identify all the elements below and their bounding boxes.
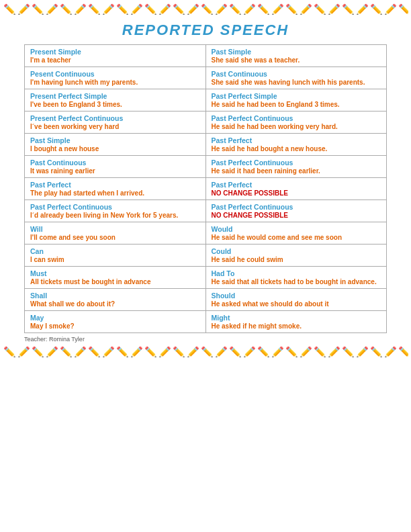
pencil-icon: ✏️	[173, 347, 185, 357]
cell-example-left: I´d already been living in New York for …	[30, 212, 200, 219]
cell-example-right: He said he would come and see me soon	[212, 234, 381, 241]
cell-title-left: Present Perfect Simple	[30, 92, 200, 100]
cell-title-right: Past Perfect	[212, 136, 381, 144]
pencil-icon: ✏️	[229, 347, 242, 357]
cell-example-right: NO CHANGE POSSIBLE	[212, 189, 381, 197]
cell-title-right: Past Simple	[212, 48, 381, 56]
pencil-icon: ✏️	[398, 347, 408, 357]
page-title: REPORTED SPEECH	[24, 21, 387, 39]
table-row: MayMay I smoke?MightHe asked if he might…	[25, 311, 387, 333]
pencil-icon: ✏️	[243, 347, 256, 357]
pencil-icon: ✏️	[384, 4, 397, 14]
page-content: REPORTED SPEECH Present SimpleI'm a teac…	[24, 21, 387, 333]
cell-title-left: Past Simple	[30, 136, 200, 144]
pencil-icon: ✏️	[88, 347, 101, 357]
pencil-icon: ✏️	[201, 347, 214, 357]
cell-title-right: Should	[212, 292, 381, 300]
pencil-icon: ✏️	[328, 4, 340, 14]
left-cell: Present Perfect ContinuousI´ve been work…	[25, 112, 206, 134]
pencil-icon: ✏️	[285, 4, 298, 14]
pencil-icon: ✏️	[215, 4, 228, 14]
cell-title-right: Past Perfect Continuous	[212, 203, 381, 211]
cell-example-right: He said it had been raining earlier.	[212, 167, 381, 175]
reported-speech-table: Present SimpleI'm a teacherPast SimpleSh…	[24, 44, 387, 333]
pencil-icon: ✏️	[328, 347, 340, 357]
cell-title-right: Past Continuous	[212, 70, 381, 78]
pencil-icon: ✏️	[257, 347, 270, 357]
left-cell: MayMay I smoke?	[25, 311, 206, 333]
left-cell: ShallWhat shall we do about it?	[25, 289, 206, 311]
footer-text: Teacher: Romina Tyler	[24, 336, 411, 343]
cell-title-right: Past Perfect Continuous	[212, 159, 381, 167]
right-cell: Past SimpleShe said she was a teacher.	[205, 45, 387, 67]
pencil-icon: ✏️	[17, 347, 30, 357]
pencil-icon: ✏️	[116, 4, 129, 14]
table-row: ShallWhat shall we do about it?ShouldHe …	[25, 289, 387, 311]
pencil-icon: ✏️	[370, 4, 383, 14]
pencil-icon: ✏️	[102, 4, 115, 14]
cell-example-right: He asked if he might smoke.	[212, 322, 381, 330]
pencil-icon: ✏️	[158, 4, 171, 14]
pencil-icon: ✏️	[370, 347, 383, 357]
pencil-icon: ✏️	[398, 4, 408, 14]
cell-example-left: I'm a teacher	[30, 56, 200, 64]
pencil-icon: ✏️	[158, 347, 171, 357]
cell-title-right: Past Perfect Continuous	[212, 114, 381, 122]
cell-title-left: Can	[30, 247, 200, 255]
pencil-icon: ✏️	[356, 347, 369, 357]
pencil-icon: ✏️	[3, 4, 16, 14]
pencil-icon: ✏️	[74, 347, 87, 357]
left-cell: WillI'll come and see you soon	[25, 222, 206, 245]
right-cell: Past Perfect SimpleHe said he had been t…	[205, 89, 387, 112]
table-row: MustAll tickets must be bought in advanc…	[25, 267, 387, 289]
left-cell: Pesent ContinuousI'm having lunch with m…	[25, 67, 206, 89]
pencil-icon: ✏️	[187, 4, 199, 14]
left-cell: Past PerfectThe play had started when I …	[25, 178, 206, 200]
left-cell: Past Perfect ContinuousI´d already been …	[25, 200, 206, 222]
table-row: CanI can swimCouldHe said he could swim	[25, 245, 387, 267]
pencil-icon: ✏️	[229, 4, 242, 14]
left-cell: Past SimpleI bought a new house	[25, 134, 206, 156]
cell-example-right: He asked what we should do about it	[212, 300, 381, 308]
right-cell: Past PerfectHe said he had bought a new …	[205, 134, 387, 156]
pencil-icon: ✏️	[314, 4, 326, 14]
cell-example-right: She said she was having lunch with his p…	[212, 79, 381, 86]
cell-title-left: May	[30, 314, 200, 322]
table-row: Present Perfect SimpleI've been to Engla…	[25, 89, 387, 112]
cell-example-left: All tickets must be bought in advance	[30, 278, 200, 285]
top-border: ✏️✏️✏️✏️✏️✏️✏️✏️✏️✏️✏️✏️✏️✏️✏️✏️✏️✏️✏️✏️…	[0, 0, 411, 17]
cell-title-left: Present Simple	[30, 48, 200, 56]
cell-title-right: Had To	[212, 269, 381, 277]
cell-example-left: The play had started when I arrived.	[30, 189, 200, 197]
cell-title-left: Shall	[30, 292, 200, 300]
table-row: Past PerfectThe play had started when I …	[25, 178, 387, 200]
pencil-icon: ✏️	[384, 347, 397, 357]
cell-title-right: Past Perfect	[212, 181, 381, 189]
pencil-icon: ✏️	[17, 4, 30, 14]
left-cell: CanI can swim	[25, 245, 206, 267]
cell-example-right: He said he could swim	[212, 256, 381, 263]
cell-title-left: Past Perfect	[30, 181, 200, 189]
cell-example-right: He said he had bought a new house.	[212, 145, 381, 152]
cell-example-left: I can swim	[30, 256, 200, 263]
table-row: Past SimpleI bought a new housePast Perf…	[25, 134, 387, 156]
cell-example-left: I´ve been working very hard	[30, 123, 200, 130]
cell-title-right: Would	[212, 225, 381, 233]
cell-example-left: I'll come and see you soon	[30, 234, 200, 241]
pencil-icon: ✏️	[215, 347, 228, 357]
pencil-icon: ✏️	[144, 4, 157, 14]
cell-example-right: NO CHANGE POSSIBLE	[212, 212, 381, 219]
cell-title-left: Present Perfect Continuous	[30, 114, 200, 122]
pencil-icon: ✏️	[144, 347, 157, 357]
left-cell: MustAll tickets must be bought in advanc…	[25, 267, 206, 289]
pencil-icon: ✏️	[3, 347, 16, 357]
pencil-icon: ✏️	[130, 4, 143, 14]
pencil-icon: ✏️	[116, 347, 129, 357]
pencil-icon: ✏️	[102, 347, 115, 357]
pencil-icon: ✏️	[243, 4, 256, 14]
cell-title-left: Past Continuous	[30, 159, 200, 167]
pencil-icon: ✏️	[342, 4, 355, 14]
pencil-icon: ✏️	[88, 4, 101, 14]
right-cell: ShouldHe asked what we should do about i…	[205, 289, 387, 311]
cell-title-left: Will	[30, 225, 200, 233]
